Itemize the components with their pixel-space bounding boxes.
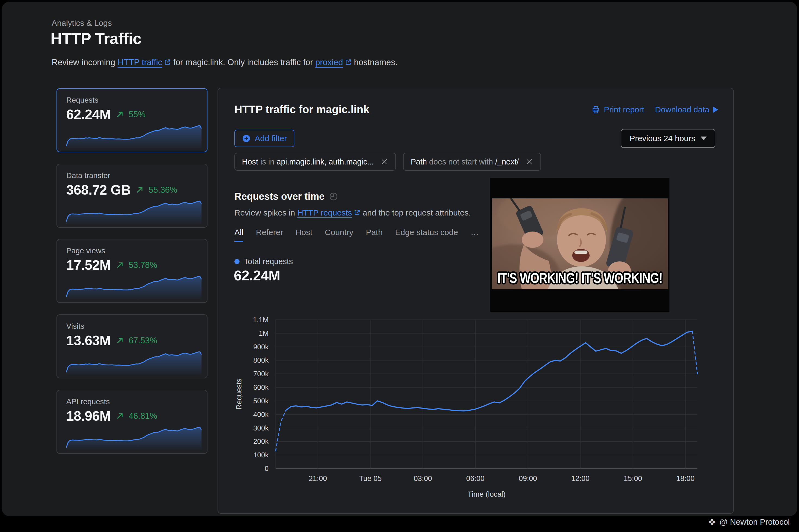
svg-text:21:00: 21:00 — [309, 474, 327, 482]
remove-filter-button[interactable] — [380, 158, 388, 166]
card-visits[interactable]: Visits 13.63M 67.53% — [56, 314, 207, 378]
tab-country[interactable]: Country — [325, 228, 353, 242]
http-requests-link[interactable]: HTTP requests — [297, 208, 352, 217]
card-delta: 55% — [129, 110, 146, 119]
card-value: 368.72 GB — [66, 182, 131, 198]
svg-text:300k: 300k — [254, 424, 269, 432]
card-data-transfer[interactable]: Data transfer 368.72 GB 55.36% — [56, 164, 207, 228]
sparkline — [66, 198, 202, 224]
tab-more[interactable]: … — [471, 228, 479, 242]
external-link-icon — [164, 59, 171, 66]
download-data-button[interactable]: Download data — [655, 105, 718, 114]
svg-text:Requests: Requests — [235, 379, 243, 410]
svg-text:1M: 1M — [259, 329, 268, 337]
card-delta: 67.53% — [129, 336, 157, 345]
proxied-link[interactable]: proxied — [315, 58, 343, 67]
card-delta: 53.78% — [129, 260, 157, 270]
svg-text:100k: 100k — [254, 451, 269, 459]
legend-dot-icon — [235, 259, 240, 264]
tab-all[interactable]: All — [235, 228, 243, 242]
card-delta: 46.81% — [129, 411, 157, 421]
card-delta: 55.36% — [149, 185, 177, 195]
card-label: Data transfer — [66, 171, 198, 180]
page-title: HTTP Traffic — [51, 29, 142, 48]
remove-filter-button[interactable] — [525, 158, 533, 166]
trend-up-icon — [116, 261, 124, 269]
requests-over-time-chart[interactable]: 0100k200k300k400k500k600k700k800k900k1M1… — [218, 306, 735, 514]
print-report-button[interactable]: Print report — [592, 105, 644, 114]
attribute-tabs: All Referer Host Country Path Edge statu… — [235, 228, 479, 242]
card-value: 18.96M — [66, 408, 111, 424]
svg-text:06:00: 06:00 — [466, 474, 485, 482]
svg-text:500k: 500k — [254, 397, 269, 405]
watermark: ❖ @ Newton Protocol — [708, 517, 790, 527]
sparkline — [66, 273, 202, 299]
svg-text:18:00: 18:00 — [676, 474, 695, 482]
sparkline — [66, 123, 202, 149]
requests-chart-svg: 0100k200k300k400k500k600k700k800k900k1M1… — [218, 306, 735, 514]
card-value: 62.24M — [66, 107, 111, 122]
svg-text:400k: 400k — [254, 411, 269, 419]
plus-circle-icon — [242, 134, 251, 143]
card-requests[interactable]: Requests 62.24M 55% — [56, 88, 207, 152]
svg-text:200k: 200k — [254, 437, 269, 445]
http-traffic-link[interactable]: HTTP traffic — [117, 58, 162, 67]
svg-text:1.1M: 1.1M — [253, 316, 268, 324]
tab-host[interactable]: Host — [296, 228, 312, 242]
tab-edge-status-code[interactable]: Edge status code — [395, 228, 458, 242]
svg-text:Tue 05: Tue 05 — [359, 474, 382, 482]
trend-up-icon — [135, 186, 144, 194]
brand-diamond-icon: ❖ — [708, 517, 716, 527]
card-label: API requests — [66, 397, 198, 406]
card-label: Visits — [66, 322, 198, 330]
svg-text:Time (local): Time (local) — [467, 490, 505, 498]
card-label: Requests — [66, 96, 198, 104]
filter-chip-host[interactable]: Host is in api.magic.link, auth.magic... — [235, 153, 396, 171]
sparkline — [66, 349, 202, 375]
section-subtitle: Review spikes in HTTP requests and the t… — [235, 208, 471, 217]
trend-up-icon — [116, 412, 124, 420]
page-description: Review incoming HTTP traffic for magic.l… — [52, 58, 397, 67]
svg-text:600k: 600k — [254, 383, 269, 392]
caret-right-icon — [713, 107, 718, 113]
svg-text:0: 0 — [265, 464, 268, 473]
sparkline — [66, 424, 202, 450]
svg-text:09:00: 09:00 — [519, 474, 537, 482]
card-page-views[interactable]: Page views 17.52M 53.78% — [56, 239, 207, 303]
meme-caption: IT'S WORKING! IT'S WORKING! — [496, 270, 664, 286]
meme-image: IT'S WORKING! IT'S WORKING! — [490, 178, 669, 312]
svg-text:800k: 800k — [254, 356, 269, 364]
clock-icon — [329, 192, 338, 201]
total-requests-value: 62.24M — [234, 267, 280, 284]
app-surface: Analytics & Logs HTTP Traffic Review inc… — [2, 2, 797, 516]
svg-text:03:00: 03:00 — [414, 474, 432, 482]
add-filter-button[interactable]: Add filter — [235, 130, 294, 147]
http-traffic-panel: HTTP traffic for magic.link Print report… — [218, 88, 734, 514]
external-link-icon — [354, 209, 360, 216]
card-api-requests[interactable]: API requests 18.96M 46.81% — [56, 390, 207, 454]
trend-up-icon — [116, 337, 124, 345]
external-link-icon — [345, 59, 352, 66]
breadcrumb: Analytics & Logs — [52, 18, 112, 28]
tab-path[interactable]: Path — [366, 228, 383, 242]
card-value: 17.52M — [66, 257, 111, 273]
section-title: Requests over time — [235, 191, 338, 202]
svg-text:700k: 700k — [254, 370, 269, 378]
printer-icon — [592, 105, 600, 114]
card-label: Page views — [66, 246, 198, 255]
time-range-dropdown[interactable]: Previous 24 hours — [621, 129, 716, 148]
filter-chip-path[interactable]: Path does not start with /_next/ — [403, 153, 541, 171]
caret-down-icon — [701, 136, 707, 140]
svg-text:900k: 900k — [254, 343, 269, 351]
legend-total-requests: Total requests — [235, 257, 293, 266]
tab-referer[interactable]: Referer — [256, 228, 283, 242]
trend-up-icon — [116, 111, 124, 119]
panel-title: HTTP traffic for magic.link — [235, 103, 369, 116]
svg-text:15:00: 15:00 — [624, 474, 642, 482]
svg-text:12:00: 12:00 — [571, 474, 590, 482]
card-value: 13.63M — [66, 333, 111, 348]
